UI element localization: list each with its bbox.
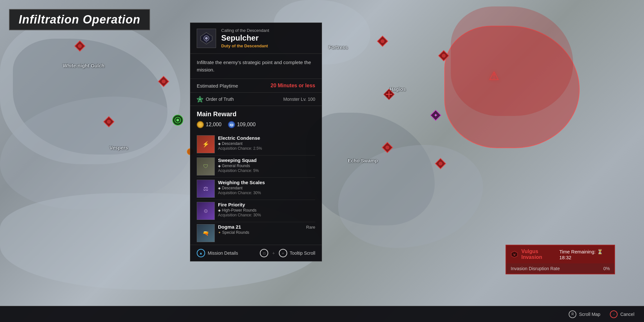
order-icon <box>197 96 203 102</box>
cancel-label: Cancel <box>620 312 634 317</box>
square-button-icon[interactable]: □ <box>260 249 268 257</box>
playtime-label: Estimated Playtime <box>197 83 238 89</box>
invasion-time: Time Remaining: ⏳ 18:32 <box>559 249 610 260</box>
svg-text:✦: ✦ <box>434 113 438 118</box>
reward-chance-sweeping: Acquisition Chance: 5% <box>218 168 315 173</box>
panel-tag: Duty of the Descendant <box>221 43 315 48</box>
panel-description: Infiltrate the enemy's strategic point a… <box>190 54 322 79</box>
mission-details-button[interactable]: ▲ Mission Details <box>197 249 238 257</box>
tooltip-scroll-label: Tooltip Scroll <box>290 251 315 256</box>
panel-bottom-bar: ▲ Mission Details □ + ○ Tooltip Scroll <box>190 245 322 261</box>
reward-type-row-electric: ◈ Descendant <box>218 141 315 146</box>
reward-chance-fire: Acquisition Chance: 30% <box>218 213 315 217</box>
tooltip-scroll-button[interactable]: □ + ○ Tooltip Scroll <box>260 249 315 257</box>
panel-subtitle: Calling of the Descendant <box>221 28 315 33</box>
invasion-box: V Vulgus Invasion Time Remaining: ⏳ 18:3… <box>506 245 615 274</box>
reward-item-sweeping-squad[interactable]: 🛡 Sweeping Squad ◈ General Rounds Acquis… <box>197 156 315 178</box>
xp-icon: xp <box>228 121 235 128</box>
btn-separator: + <box>272 251 275 256</box>
map-marker-2[interactable] <box>158 76 169 87</box>
weighing-icon: ⚖ <box>203 185 208 192</box>
map-marker-right-2[interactable] <box>438 50 450 62</box>
svg-point-3 <box>162 80 166 83</box>
svg-point-11 <box>381 39 384 43</box>
faction-icon <box>197 96 203 102</box>
round-button-icon[interactable]: ○ <box>279 249 287 257</box>
panel-title: Sepulcher <box>221 33 315 43</box>
fire-icon: ⚙ <box>204 208 208 214</box>
reward-info-weighing: Weighing the Scales ◈ Descendant Acquisi… <box>218 180 315 195</box>
reward-info-fire: Fire Priority ◈ High-Power Rounds Acquis… <box>218 202 315 217</box>
reward-chance-weighing: Acquisition Chance: 30% <box>218 191 315 195</box>
mission-panel: II Calling of the Descendant Sepulcher D… <box>190 23 322 261</box>
reward-item-weighing-scales[interactable]: ⚖ Weighing the Scales ◈ Descendant Acqui… <box>197 178 315 200</box>
gold-amount: 12,000 <box>206 122 222 128</box>
map-marker-right-5[interactable] <box>382 142 393 153</box>
map-marker-current[interactable] <box>172 114 184 126</box>
reward-info-sweeping: Sweeping Squad ◈ General Rounds Acquisit… <box>218 157 315 173</box>
warning-icon: ⚠ <box>489 69 499 83</box>
invasion-title: Vulgus Invasion <box>521 249 556 260</box>
svg-text:II: II <box>206 40 207 43</box>
reward-name-weighing: Weighing the Scales <box>218 180 315 185</box>
map-marker-right-4[interactable]: ✦ <box>430 109 441 121</box>
currency-row: 12,000 xp 109,000 <box>197 121 315 128</box>
reward-type-icon-weighing: ◈ <box>218 186 221 190</box>
reward-item-fire-priority[interactable]: ⚙ Fire Priority ◈ High-Power Rounds Acqu… <box>197 200 315 222</box>
vulgus-icon: V <box>511 250 518 259</box>
svg-point-5 <box>107 120 111 124</box>
sweeping-icon: 🛡 <box>203 164 208 169</box>
dogma-icon: 🔫 <box>203 230 209 236</box>
map-marker-3[interactable] <box>103 116 115 128</box>
reward-thumb-weighing: ⚖ <box>197 180 215 198</box>
reward-type-icon-fire: ◈ <box>218 208 221 213</box>
reward-type-row-fire: ◈ High-Power Rounds <box>218 208 315 213</box>
reward-name-electric: Electric Condense <box>218 135 315 141</box>
cancel-button[interactable]: ○ Cancel <box>610 310 634 318</box>
mission-icon-svg: II <box>200 32 213 45</box>
invasion-zone-inner <box>451 6 573 116</box>
cancel-icon[interactable]: ○ <box>610 310 618 318</box>
panel-header: II Calling of the Descendant Sepulcher D… <box>190 23 322 54</box>
scroll-map-icon: R <box>569 310 576 318</box>
reward-type-row-weighing: ◈ Descendant <box>218 186 315 190</box>
map-marker-right-6[interactable] <box>435 158 446 169</box>
location-echo-swamp: Echo Swamp <box>348 158 378 163</box>
svg-text:V: V <box>513 253 516 256</box>
reward-thumb-fire: ⚙ <box>197 202 215 220</box>
map-marker-right-3[interactable] <box>383 89 395 100</box>
reward-type-icon-sweeping: ◈ <box>218 164 221 168</box>
faction-row: Order of Truth Monster Lv. 100 <box>190 93 322 106</box>
reward-type-sweeping: General Rounds <box>222 164 250 168</box>
map-marker-right-1[interactable] <box>377 35 388 47</box>
mission-details-label: Mission Details <box>208 251 238 256</box>
panel-title-area: Calling of the Descendant Sepulcher Duty… <box>221 28 315 48</box>
reward-section: Main Reward 12,000 xp 109,000 <box>190 106 322 133</box>
invasion-rate-value: 0% <box>603 266 610 271</box>
reward-item-electric-condense[interactable]: ⚡ Electric Condense ◈ Descendant Acquisi… <box>197 133 315 156</box>
invasion-rate-label: Invasion Disruption Rate <box>511 266 560 271</box>
invasion-header: V Vulgus Invasion Time Remaining: ⏳ 18:3… <box>506 245 614 263</box>
faction-name: Order of Truth <box>206 97 234 102</box>
time-remaining-label: Time Remaining: <box>559 249 596 254</box>
hourglass-icon: ⏳ <box>597 249 603 254</box>
reward-item-dogma-21[interactable]: 🔫 Dogma 21 ✦ Special Rounds Rare <box>197 222 315 245</box>
scroll-map-button[interactable]: R Scroll Map <box>569 310 600 318</box>
triangle-button-icon[interactable]: ▲ <box>197 249 205 257</box>
reward-thumb-dogma: 🔫 <box>197 224 215 242</box>
reward-type-row-dogma: ✦ Special Rounds <box>218 230 303 235</box>
reward-thumb-sweeping: 🛡 <box>197 157 215 175</box>
electric-icon: ⚡ <box>202 141 209 148</box>
xp-amount: 109,000 <box>237 122 256 128</box>
faction-left: Order of Truth <box>197 96 234 102</box>
svg-point-20 <box>385 146 389 149</box>
reward-type-icon-dogma: ✦ <box>218 231 221 235</box>
faction-level: Monster Lv. 100 <box>283 97 315 102</box>
reward-thumb-electric: ⚡ <box>197 135 215 153</box>
coin-icon <box>197 121 204 128</box>
map-marker-1[interactable] <box>74 40 86 52</box>
page-title: Infiltration Operation <box>19 13 140 26</box>
location-fortress: Fortress <box>328 44 348 50</box>
title-bar: Infiltration Operation <box>9 9 150 30</box>
location-white-night-gulch: White-night Gulch <box>63 63 104 68</box>
